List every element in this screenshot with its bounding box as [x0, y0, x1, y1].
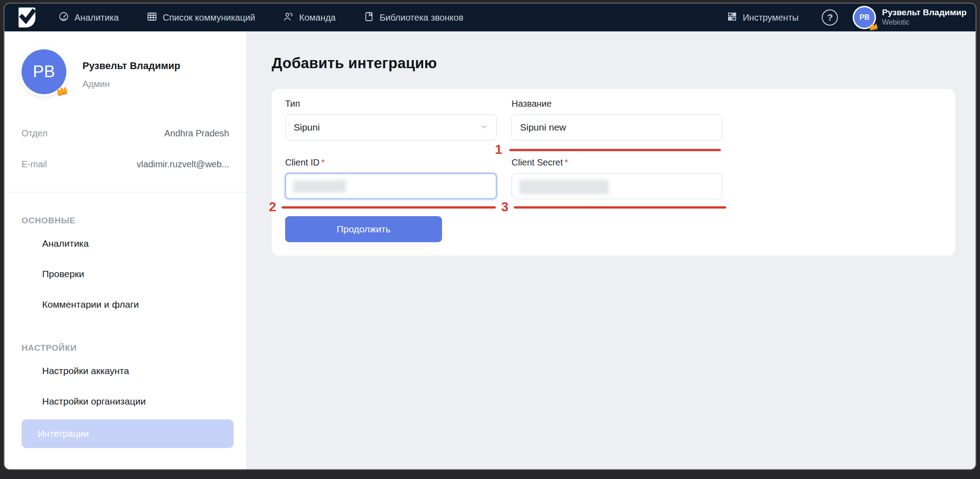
crown-icon: [54, 83, 69, 98]
chevron-down-icon: [479, 122, 488, 133]
profile-name: Рузвельт Владимир: [82, 60, 180, 72]
people-icon: [283, 11, 294, 24]
redacted-value: [519, 180, 609, 194]
info-row-email: E-mail vladimir.ruzvelt@web...: [22, 159, 229, 170]
sidebar: РВ Рузвельт Владимир Админ Отдел Andhra …: [4, 31, 247, 469]
info-label: E-mail: [22, 159, 47, 170]
type-select[interactable]: Sipuni: [285, 114, 497, 140]
integration-form: Тип Sipuni Название: [285, 99, 942, 242]
nav-label: Список коммуникаций: [163, 13, 255, 23]
client-secret-label: Client Secret*: [512, 157, 722, 168]
profile-role: Админ: [82, 79, 180, 89]
nav-label: Инструменты: [743, 13, 799, 23]
sidebar-divider: [4, 192, 246, 192]
app-logo-icon[interactable]: [17, 7, 38, 28]
avatar-initials: РВ: [859, 13, 869, 22]
client-id-label: Client ID*: [285, 157, 497, 168]
nav-label: Команда: [299, 13, 335, 23]
type-select-value: Sipuni: [294, 122, 320, 133]
client-id-input[interactable]: [285, 173, 497, 199]
info-label: Отдел: [22, 128, 48, 139]
required-asterisk: *: [565, 157, 568, 167]
help-icon[interactable]: ?: [822, 9, 838, 26]
annotation-number-3: 3: [501, 200, 508, 213]
sidebar-section-settings: НАСТРОЙКИ: [22, 343, 229, 353]
profile-block: РВ Рузвельт Владимир Админ: [4, 49, 246, 94]
sidebar-item-checks[interactable]: Проверки: [22, 259, 229, 289]
sidebar-item-account-settings[interactable]: Настройки аккаунта: [22, 356, 229, 386]
main-content: Добавить интеграцию Тип Sipuni: [247, 31, 976, 469]
nav-team[interactable]: Команда: [283, 11, 335, 24]
info-value: vladimir.ruzvelt@web...: [137, 159, 229, 170]
integration-form-card: Тип Sipuni Название: [272, 89, 955, 256]
nav-label: Библиотека звонков: [380, 13, 464, 23]
nav-tools[interactable]: Инструменты: [727, 11, 799, 24]
annotation-line-1: [509, 149, 721, 151]
name-input[interactable]: [512, 114, 722, 140]
user-menu[interactable]: РВ Рузвельт Владимир Webiotic: [854, 7, 967, 28]
crown-icon: [867, 21, 879, 32]
help-glyph: ?: [827, 12, 833, 23]
annotation-number-2: 2: [269, 200, 276, 213]
client-secret-label-text: Client Secret: [512, 157, 563, 167]
type-label: Тип: [285, 99, 497, 109]
profile-meta: Рузвельт Владимир Админ: [82, 49, 180, 89]
annotation-line-3: [514, 206, 726, 209]
annotation-number-1: 1: [495, 143, 502, 156]
client-secret-field: Client Secret*: [512, 157, 722, 199]
sidebar-item-integrations[interactable]: Интеграции: [22, 419, 234, 448]
annotation-line-2: [282, 206, 496, 209]
avatar-initials: РВ: [33, 62, 55, 81]
page-title: Добавить интеграцию: [272, 55, 976, 72]
client-secret-input[interactable]: [512, 173, 722, 199]
user-meta: Рузвельт Владимир Webiotic: [882, 8, 967, 27]
table-icon: [147, 11, 157, 24]
sidebar-item-org-settings[interactable]: Настройки организации: [22, 386, 229, 417]
gauge-icon: [58, 11, 69, 24]
info-row-department: Отдел Andhra Pradesh: [22, 128, 229, 139]
continue-button[interactable]: Продолжить: [285, 216, 442, 242]
sidebar-item-comments-flags[interactable]: Комментарии и флаги: [22, 289, 229, 320]
user-org: Webiotic: [882, 18, 967, 27]
info-value: Andhra Pradesh: [164, 128, 229, 139]
client-id-field: Client ID*: [285, 157, 497, 199]
profile-info: Отдел Andhra Pradesh E-mail vladimir.ruz…: [4, 128, 246, 170]
nav-analytics[interactable]: Аналитика: [58, 11, 119, 24]
client-id-label-text: Client ID: [285, 157, 320, 167]
main-menu: Аналитика Список коммуникаций: [58, 11, 464, 24]
nav-label: Аналитика: [74, 13, 119, 23]
nav-communications-list[interactable]: Список коммуникаций: [147, 11, 255, 24]
app-body: РВ Рузвельт Владимир Админ Отдел Andhra …: [4, 31, 976, 469]
name-field: Название: [512, 99, 722, 140]
sidebar-item-analytics[interactable]: Аналитика: [22, 228, 229, 259]
redacted-value: [293, 180, 346, 193]
required-asterisk: *: [321, 157, 325, 167]
user-avatar: РВ: [854, 7, 875, 28]
user-name: Рузвельт Владимир: [882, 8, 967, 18]
app-window: Аналитика Список коммуникаций: [4, 4, 976, 469]
top-navigation: Аналитика Список коммуникаций: [4, 4, 976, 31]
bookmark-file-icon: [364, 11, 374, 24]
name-label: Название: [512, 99, 722, 109]
topnav-right-cluster: Инструменты ? РВ Рузвельт Владимир Webio…: [727, 7, 967, 28]
apps-grid-icon: [727, 11, 737, 24]
type-field: Тип Sipuni: [285, 99, 497, 140]
profile-avatar: РВ: [22, 49, 66, 94]
sidebar-section-main: ОСНОВНЫЕ: [22, 216, 229, 226]
nav-call-library[interactable]: Библиотека звонков: [364, 11, 464, 24]
